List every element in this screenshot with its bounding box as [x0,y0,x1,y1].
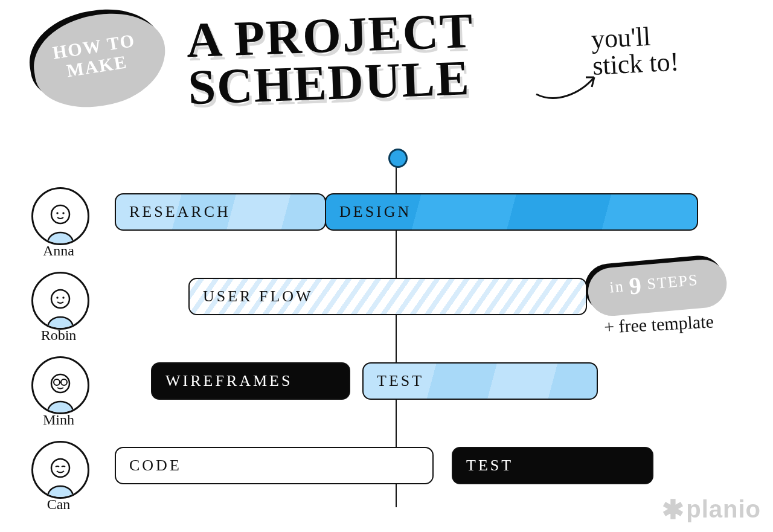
avatar-anna [31,187,89,245]
svg-point-2 [62,212,64,214]
svg-point-1 [56,212,58,214]
title-main-text: A PROJECT SCHEDULE [185,3,475,115]
bar-test-can-label: TEST [466,457,513,475]
bar-test-minh: TEST [362,362,598,400]
title-sub-2: stick to! [592,48,679,79]
avatar-label-minh: Minh [25,412,92,428]
bar-wireframes-label: WIREFRAMES [165,372,292,390]
bar-userflow-label: USER FLOW [203,287,313,306]
avatar-label-anna: Anna [25,243,92,259]
svg-point-10 [51,459,69,477]
steps-post: STEPS [646,271,699,293]
bar-design-label: DESIGN [339,203,411,221]
svg-point-4 [56,296,58,298]
title-main: A PROJECT SCHEDULE [185,7,476,111]
bar-code-label: CODE [129,457,182,475]
avatar-label-robin: Robin [25,327,92,344]
brand-logo: ✱ planio [662,494,761,525]
avatar-robin [31,272,89,330]
howto-blob: HOW TO MAKE [23,1,168,112]
brand-text: planio [686,496,761,523]
svg-point-3 [51,290,69,308]
steps-blob: in 9 STEPS [583,254,725,314]
bar-wireframes: WIREFRAMES [151,362,350,400]
bar-code: CODE [115,447,434,484]
bar-research-label: RESEARCH [129,203,231,221]
diagram-stage: HOW TO MAKE A PROJECT SCHEDULE you'll st… [0,0,773,532]
timeline-marker-dot [388,149,408,168]
asterisk-icon: ✱ [662,494,685,525]
title-sub: you'll stick to! [591,22,679,79]
bar-design: DESIGN [325,193,698,231]
avatar-can [31,441,89,499]
avatar-minh [31,356,89,414]
bar-test-can: TEST [452,447,653,484]
howto-text: HOW TO MAKE [27,26,164,86]
bar-test-minh-label: TEST [377,372,424,390]
bar-userflow: USER FLOW [188,278,587,315]
svg-point-0 [51,205,69,223]
steps-num: 9 [628,271,644,300]
steps-pre: in [609,277,625,296]
avatar-label-can: Can [25,496,92,513]
bar-research: RESEARCH [115,193,326,231]
svg-point-5 [62,296,64,298]
